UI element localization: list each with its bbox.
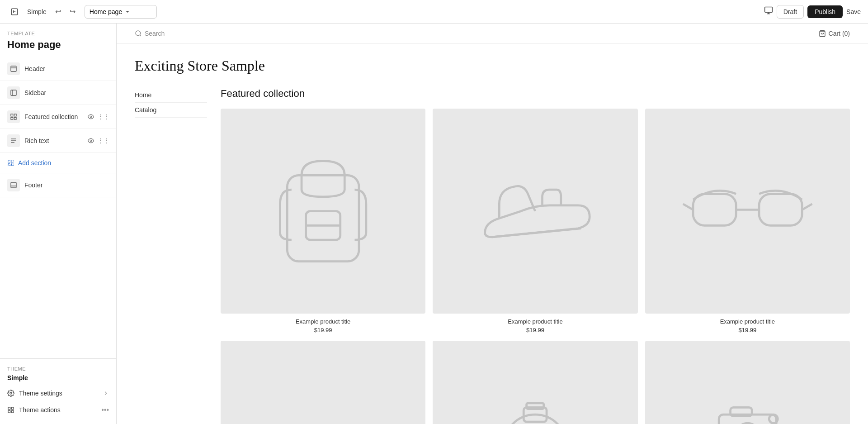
page-select-value: Home page (90, 8, 122, 15)
sidebar-item-footer[interactable]: Footer (0, 173, 116, 197)
footer-section-label: Footer (24, 181, 109, 189)
svg-point-18 (90, 140, 92, 142)
svg-rect-22 (11, 163, 14, 166)
add-section-label: Add section (18, 159, 51, 167)
nav-item-home[interactable]: Home (135, 88, 207, 103)
product-price-1: $19.99 (221, 327, 425, 333)
product-price-3: $19.99 (645, 327, 850, 333)
svg-rect-8 (11, 90, 16, 95)
sidebar-item-featured-collection[interactable]: Featured collection ⋮⋮ (0, 105, 116, 129)
theme-actions-more-icon: ••• (101, 406, 109, 414)
theme-section: THEME Simple Theme settings Theme action… (0, 358, 116, 424)
product-image-5 (433, 341, 637, 424)
chevron-right-icon (103, 390, 109, 396)
undo-button[interactable]: ↩ (52, 5, 65, 18)
theme-settings-label: Theme settings (19, 390, 98, 397)
featured-collection-visibility-button[interactable] (85, 111, 96, 122)
theme-name-value: Simple (0, 373, 116, 385)
preview-area: Search Cart (0) Exciting Store Sample Ho… (117, 24, 868, 424)
header-section-icon (7, 62, 20, 75)
cart-icon (819, 30, 826, 37)
product-price-2: $19.99 (433, 327, 637, 333)
product-card-5[interactable]: Example product title $19.99 (433, 341, 637, 424)
svg-rect-29 (11, 410, 14, 413)
svg-line-41 (802, 204, 812, 210)
product-card-1[interactable]: Example product title $19.99 (221, 109, 425, 333)
page-select-dropdown[interactable]: Home page (85, 5, 157, 19)
header-section-label: Header (24, 65, 109, 72)
svg-rect-26 (8, 407, 10, 410)
svg-rect-20 (11, 160, 14, 162)
svg-rect-6 (11, 66, 16, 71)
redo-button[interactable]: ↪ (66, 5, 79, 18)
featured-collection-actions: ⋮⋮ (85, 111, 109, 122)
cart-label: Cart (0) (829, 30, 850, 37)
add-section-icon (7, 159, 14, 167)
topbar-left: Simple ↩ ↪ Home page (7, 5, 759, 19)
rich-text-label: Rich text (24, 137, 81, 144)
save-button[interactable]: Save (846, 8, 861, 15)
product-image-6 (645, 341, 850, 424)
svg-rect-50 (527, 403, 544, 409)
featured-collection-label: Featured collection (24, 113, 81, 120)
product-card-3[interactable]: Example product title $19.99 (645, 109, 850, 333)
product-card-2[interactable]: Example product title $19.99 (433, 109, 637, 333)
svg-rect-19 (8, 160, 10, 162)
template-label: TEMPLATE (0, 24, 116, 38)
product-image-1 (221, 109, 425, 314)
product-card-4[interactable]: Example product title $19.99 (221, 341, 425, 424)
store-search[interactable]: Search (135, 30, 165, 37)
add-section-button[interactable]: Add section (0, 153, 116, 173)
gear-icon (7, 390, 14, 397)
svg-rect-27 (11, 407, 14, 410)
product-image-4 (221, 341, 425, 424)
svg-rect-21 (8, 163, 10, 166)
rich-text-icon (7, 134, 20, 147)
rich-text-drag-handle[interactable]: ⋮⋮ (98, 135, 109, 146)
topbar: Simple ↩ ↪ Home page Draft Publish Save (0, 0, 868, 24)
theme-actions-button[interactable]: Theme actions ••• (0, 401, 116, 419)
draft-button[interactable]: Draft (777, 5, 804, 19)
store-main: Featured collection (221, 88, 850, 424)
svg-rect-12 (11, 117, 13, 119)
featured-collection-icon (7, 110, 20, 123)
undo-redo-group: ↩ ↪ (52, 5, 79, 18)
sidebar-item-sidebar[interactable]: Sidebar (0, 81, 116, 105)
search-placeholder: Search (145, 30, 165, 37)
svg-rect-33 (287, 175, 359, 261)
nav-item-catalog[interactable]: Catalog (135, 103, 207, 118)
theme-settings-button[interactable]: Theme settings (0, 385, 116, 401)
svg-line-36 (492, 229, 581, 237)
store-title: Exciting Store Sample (135, 57, 850, 74)
rich-text-actions: ⋮⋮ (85, 135, 109, 146)
store-cart[interactable]: Cart (0) (819, 30, 850, 37)
topbar-right: Draft Publish Save (764, 5, 861, 19)
sidebar-item-header[interactable]: Header (0, 57, 116, 81)
svg-line-31 (140, 35, 141, 36)
product-title-1: Example product title (221, 318, 425, 325)
product-image-2 (433, 109, 637, 314)
sidebar-section-icon (7, 86, 20, 99)
grid-icon (7, 406, 14, 414)
publish-button[interactable]: Publish (807, 5, 843, 18)
sidebar-page-title: Home page (0, 38, 116, 57)
sidebar-section-label: Sidebar (24, 89, 109, 96)
svg-rect-3 (764, 7, 772, 13)
product-grid: Example product title $19.99 (221, 109, 850, 424)
store-topbar: Search Cart (0) (117, 24, 868, 44)
featured-collection-drag-handle[interactable]: ⋮⋮ (98, 111, 109, 122)
back-button[interactable] (7, 5, 22, 19)
svg-rect-28 (8, 410, 10, 413)
sidebar-item-rich-text[interactable]: Rich text ⋮⋮ (0, 129, 116, 153)
product-card-6[interactable]: Example product title $19.99 (645, 341, 850, 424)
svg-line-40 (683, 204, 693, 210)
search-icon (135, 30, 142, 37)
theme-actions-label: Theme actions (19, 406, 97, 414)
svg-rect-38 (759, 194, 802, 226)
monitor-icon[interactable] (764, 6, 773, 17)
svg-point-14 (90, 116, 92, 118)
rich-text-visibility-button[interactable] (85, 135, 96, 146)
svg-point-30 (136, 31, 141, 36)
footer-section-icon (7, 179, 20, 191)
product-title-2: Example product title (433, 318, 637, 325)
